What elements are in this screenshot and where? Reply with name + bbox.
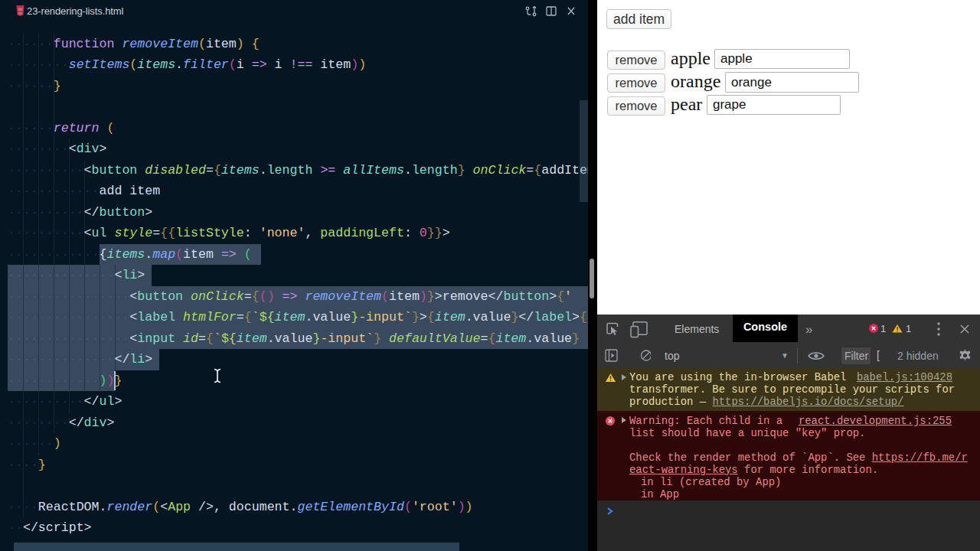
svg-text:1: 1 [906, 324, 911, 334]
svg-text:1: 1 [880, 324, 886, 334]
